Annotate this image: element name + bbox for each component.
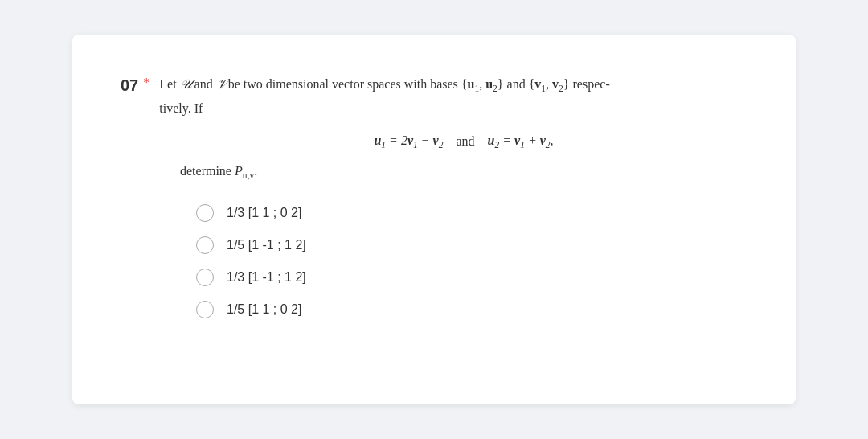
option-d[interactable]: 1/5 [1 1 ; 0 2] [196,301,747,318]
text-part1: Let 𝒰 and 𝒱 be two dimensional vector sp… [159,77,609,91]
question-body: u1 = 2v1 − v2 and u2 = v1 + v2, determin… [180,133,747,318]
math-equations: u1 = 2v1 − v2 and u2 = v1 + v2, [180,133,747,150]
question-text: Let 𝒰 and 𝒱 be two dimensional vector sp… [159,73,747,119]
question-star: * [143,73,149,92]
radio-a[interactable] [196,204,214,222]
and-connector: and [456,134,474,149]
options-list: 1/3 [1 1 ; 0 2] 1/5 [1 -1 ; 1 2] 1/3 [1 … [196,204,747,318]
determine-line: determine Pu,v. [180,164,747,180]
question-number: 07 [121,73,138,97]
question-card: 07 * Let 𝒰 and 𝒱 be two dimensional vect… [72,35,796,404]
option-b[interactable]: 1/5 [1 -1 ; 1 2] [196,236,747,254]
option-c-label: 1/3 [1 -1 ; 1 2] [227,270,306,285]
math-eq1: u1 = 2v1 − v2 [374,133,443,150]
math-eq2: u2 = v1 + v2, [488,133,554,150]
text-line2: tively. If [159,101,203,115]
option-a-label: 1/3 [1 1 ; 0 2] [227,206,301,220]
option-d-label: 1/5 [1 1 ; 0 2] [227,302,301,317]
radio-c[interactable] [196,269,214,286]
option-b-label: 1/5 [1 -1 ; 1 2] [227,238,306,252]
radio-b[interactable] [196,236,214,254]
question-header: 07 * Let 𝒰 and 𝒱 be two dimensional vect… [121,73,747,119]
radio-d[interactable] [196,301,214,318]
option-c[interactable]: 1/3 [1 -1 ; 1 2] [196,269,747,286]
option-a[interactable]: 1/3 [1 1 ; 0 2] [196,204,747,222]
